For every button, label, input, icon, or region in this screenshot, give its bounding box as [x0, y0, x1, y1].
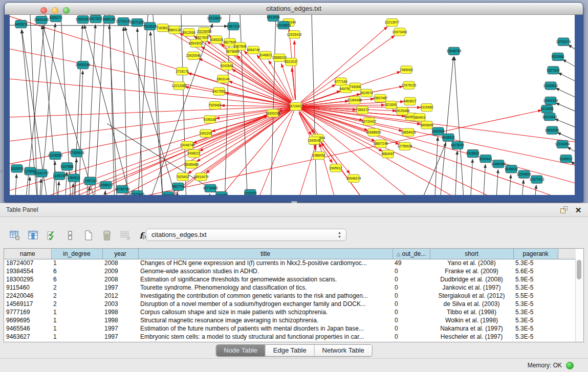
- graph-edge[interactable]: [483, 164, 485, 195]
- graph-edge[interactable]: [221, 105, 289, 106]
- cell-name[interactable]: 18724007: [4, 259, 51, 267]
- network-graph-area[interactable]: 1872400771638228860128891293423226058982…: [10, 15, 575, 195]
- table-row[interactable]: 946554611997Estimation of the future num…: [4, 324, 576, 333]
- graph-edge[interactable]: [240, 15, 248, 195]
- cell-out_de[interactable]: 0: [393, 324, 430, 333]
- column-header-year[interactable]: year: [102, 249, 138, 259]
- table-row[interactable]: 911546021997Tourette syndrome. Phenomeno…: [4, 283, 576, 292]
- column-header-out-degree[interactable]: △out_de...: [393, 249, 430, 259]
- graph-edge[interactable]: [104, 191, 105, 195]
- cell-out_de[interactable]: 0: [393, 308, 430, 316]
- graph-edge[interactable]: [255, 106, 296, 195]
- cell-title[interactable]: Disruption of a novel member of a sodium…: [138, 300, 393, 308]
- cell-year[interactable]: 2008: [102, 259, 138, 267]
- cell-in_degree[interactable]: 1: [51, 308, 102, 316]
- graph-edge[interactable]: [301, 84, 335, 103]
- cell-name[interactable]: 22420046: [4, 292, 51, 300]
- cell-short[interactable]: Stergiakouli et al. (2012): [430, 292, 513, 300]
- column-header-name[interactable]: name: [4, 249, 51, 259]
- graph-edge[interactable]: [109, 25, 117, 195]
- graph-edge[interactable]: [94, 15, 104, 195]
- cell-name[interactable]: 9463627: [4, 333, 51, 341]
- graph-edge[interactable]: [237, 56, 291, 102]
- cell-pagerank[interactable]: 5.3E-5: [513, 300, 558, 308]
- cell-name[interactable]: 9115460: [4, 283, 51, 292]
- cell-pagerank[interactable]: 5.3E-5: [513, 316, 558, 324]
- cell-name[interactable]: 18300295: [4, 275, 51, 283]
- column-header-in-degree[interactable]: in_degree: [51, 249, 102, 259]
- window-titlebar[interactable]: citations_edges.txt: [5, 3, 583, 15]
- column-header-title[interactable]: title: [138, 249, 393, 259]
- cell-short[interactable]: Jankovic et al. (1997): [430, 283, 513, 292]
- graph-edge[interactable]: [454, 57, 464, 195]
- new-table-button[interactable]: [81, 228, 96, 243]
- table-vertical-scrollbar[interactable]: [575, 259, 583, 342]
- column-header-short[interactable]: short: [430, 249, 513, 259]
- cell-in_degree[interactable]: 1: [51, 324, 102, 333]
- cell-name[interactable]: 9699695: [4, 316, 51, 324]
- graph-edge[interactable]: [470, 159, 472, 195]
- graph-edge[interactable]: [556, 103, 575, 121]
- graph-edge[interactable]: [300, 112, 350, 173]
- cell-in_degree[interactable]: 6: [51, 275, 102, 283]
- graph-edge[interactable]: [521, 180, 524, 195]
- row-height-button[interactable]: [62, 228, 78, 243]
- graph-edge[interactable]: [571, 162, 575, 179]
- select-all-columns-button[interactable]: [44, 228, 59, 243]
- cell-year[interactable]: 2012: [102, 292, 138, 300]
- cell-in_degree[interactable]: 2: [51, 292, 102, 300]
- table-row[interactable]: 946362711997Embryonic stem cells: a mode…: [4, 333, 576, 341]
- cell-in_degree[interactable]: 1: [51, 316, 102, 324]
- table-row[interactable]: 977716911998Corpus callosum shape and si…: [4, 308, 576, 316]
- cell-short[interactable]: Dudbridge et al. (2008): [430, 275, 513, 283]
- cell-pagerank[interactable]: 5.3E-5: [513, 308, 558, 316]
- cell-year[interactable]: 1998: [102, 308, 138, 316]
- cell-out_de[interactable]: 0: [393, 300, 430, 308]
- cell-title[interactable]: Corpus callosum shape and size in male p…: [138, 308, 393, 316]
- cell-short[interactable]: Wolkin et al. (1998): [430, 316, 513, 324]
- cell-pagerank[interactable]: 5.3E-5: [513, 259, 558, 267]
- cell-pagerank[interactable]: 5.3E-5: [513, 333, 558, 341]
- table-settings-button[interactable]: [7, 228, 23, 243]
- panel-collapse-arrow[interactable]: [0, 169, 3, 174]
- float-panel-icon[interactable]: [559, 205, 569, 214]
- cell-short[interactable]: Yano et al. (2008): [430, 259, 513, 267]
- graph-edge[interactable]: [123, 27, 127, 195]
- cell-out_de[interactable]: 0: [393, 275, 430, 283]
- table-row[interactable]: 1456911722003Disruption of a novel membe…: [4, 300, 576, 308]
- cell-pagerank[interactable]: 5.6E-5: [513, 267, 558, 275]
- scrollbar-thumb[interactable]: [577, 260, 581, 279]
- cell-name[interactable]: 19384554: [4, 267, 51, 275]
- cell-title[interactable]: Structural magnetic resonance image aver…: [138, 316, 393, 324]
- cell-year[interactable]: 1997: [102, 324, 138, 333]
- graph-edge[interactable]: [208, 194, 210, 195]
- graph-edge[interactable]: [232, 69, 290, 103]
- cell-in_degree[interactable]: 1: [51, 259, 102, 267]
- graph-edge[interactable]: [556, 88, 575, 108]
- tab-network-table[interactable]: Network Table: [315, 345, 372, 356]
- show-columns-button[interactable]: [26, 228, 41, 243]
- table-row[interactable]: 1938455462009Genome-wide association stu…: [4, 267, 576, 275]
- tab-edge-table[interactable]: Edge Table: [266, 345, 315, 356]
- graph-edge[interactable]: [15, 174, 16, 195]
- cell-title[interactable]: Genome-wide association studies in ADHD.: [138, 267, 393, 275]
- graph-edge[interactable]: [296, 143, 316, 195]
- graph-edge[interactable]: [138, 15, 148, 195]
- cell-in_degree[interactable]: 2: [51, 283, 102, 292]
- cell-short[interactable]: Franke et al. (2009): [430, 267, 513, 275]
- table-row[interactable]: 2242004622012Investigating the contribut…: [4, 292, 576, 300]
- cell-name[interactable]: 9465546: [4, 324, 51, 333]
- cell-out_de[interactable]: 0: [393, 333, 430, 341]
- cell-year[interactable]: 1998: [102, 316, 138, 324]
- cell-out_de[interactable]: 0: [393, 292, 430, 300]
- cell-name[interactable]: 14569117: [4, 300, 51, 308]
- table-row[interactable]: 1872400712008Changes of HCN gene express…: [4, 259, 576, 267]
- cell-out_de[interactable]: 0: [393, 283, 430, 292]
- graph-edge[interactable]: [110, 15, 115, 195]
- tab-node-table[interactable]: Node Table: [216, 345, 266, 356]
- graph-edge[interactable]: [199, 58, 290, 103]
- cell-in_degree[interactable]: 2: [51, 300, 102, 308]
- cell-out_de[interactable]: 49: [393, 259, 430, 267]
- graph-edge[interactable]: [321, 143, 368, 195]
- graph-edge[interactable]: [10, 106, 296, 118]
